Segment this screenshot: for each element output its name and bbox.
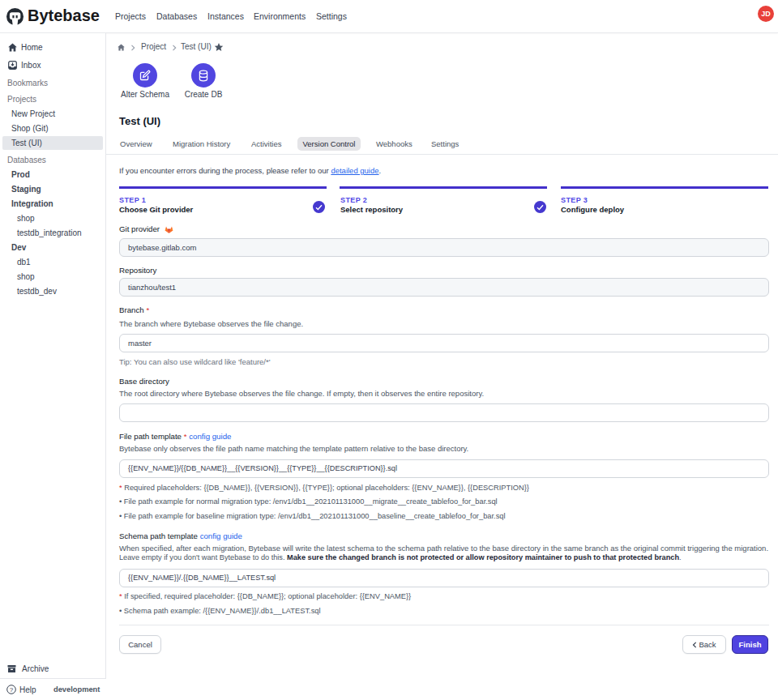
svg-text:?: ? xyxy=(10,686,14,694)
